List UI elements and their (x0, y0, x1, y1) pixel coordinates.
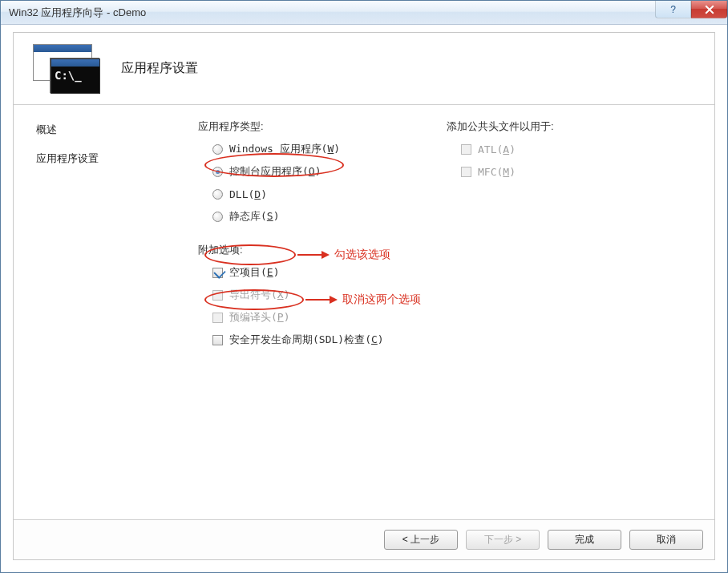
right-column: 添加公共头文件以用于: ATL(A) MFC(M) (447, 119, 647, 187)
radio-static-lib[interactable]: 静态库(S) (212, 209, 439, 224)
help-button[interactable]: ? (655, 1, 691, 18)
radio-icon (212, 167, 223, 177)
option-label: 导出符号(X) (229, 288, 289, 302)
app-type-label: 应用程序类型: (198, 119, 439, 134)
console-app-icon: C:\_ (30, 42, 102, 95)
option-label: 空项目(E) (229, 265, 279, 280)
titlebar-buttons: ? (655, 1, 727, 18)
close-button[interactable] (691, 1, 727, 18)
window-title: Win32 应用程序向导 - cDemo (9, 6, 722, 20)
checkbox-atl: ATL(A) (461, 142, 647, 156)
extra-options-label: 附加选项: (198, 243, 439, 257)
extra-options-section: 附加选项: 空项目(E) 导出符号(X) 预编译头 (198, 243, 439, 347)
finish-button[interactable]: 完成 (548, 530, 621, 550)
checkbox-precompiled-header: 预编译头(P) (212, 310, 439, 325)
checkbox-empty-project[interactable]: 空项目(E) (212, 265, 439, 280)
checkbox-mfc: MFC(M) (461, 164, 647, 179)
prev-button[interactable]: < 上一步 (384, 530, 458, 550)
left-column: 应用程序类型: Windows 应用程序(W) 控制台应用程序(O) DLL(D… (198, 119, 439, 355)
next-button: 下一步 > (466, 530, 540, 550)
sidebar-item-label: 概述 (36, 123, 57, 135)
option-label: Windows 应用程序(W) (229, 142, 340, 156)
checkbox-icon (212, 290, 223, 301)
radio-icon (212, 144, 223, 155)
checkbox-icon (461, 167, 471, 177)
sidebar: 概述 应用程序设置 (14, 105, 190, 519)
cancel-button[interactable]: 取消 (629, 530, 703, 550)
option-label: 静态库(S) (229, 209, 279, 224)
option-label: 控制台应用程序(O) (229, 164, 321, 179)
page-title: 应用程序设置 (121, 60, 198, 77)
option-label: MFC(M) (478, 166, 516, 178)
checkbox-icon (461, 144, 471, 155)
close-icon (705, 5, 714, 14)
radio-icon (212, 212, 223, 222)
titlebar: Win32 应用程序向导 - cDemo ? (1, 1, 727, 25)
option-label: 安全开发生命周期(SDL)检查(C) (229, 333, 384, 347)
radio-dll[interactable]: DLL(D) (212, 187, 439, 201)
radio-windows-app[interactable]: Windows 应用程序(W) (212, 142, 439, 156)
wizard-header: C:\_ 应用程序设置 (14, 33, 714, 105)
radio-console-app[interactable]: 控制台应用程序(O) (212, 164, 439, 179)
wizard-body: 概述 应用程序设置 应用程序类型: Windows 应用程序(W) (14, 105, 714, 519)
option-label: ATL(A) (478, 143, 516, 155)
sidebar-item-label: 应用程序设置 (36, 152, 99, 164)
option-label: 预编译头(P) (229, 310, 289, 325)
help-icon: ? (670, 4, 676, 15)
wizard-footer: < 上一步 下一步 > 完成 取消 (14, 519, 714, 559)
content: 应用程序类型: Windows 应用程序(W) 控制台应用程序(O) DLL(D… (190, 105, 714, 519)
checkbox-sdl-checks[interactable]: 安全开发生命周期(SDL)检查(C) (212, 333, 439, 347)
checkbox-icon (212, 335, 223, 345)
sidebar-item-overview[interactable]: 概述 (36, 123, 190, 137)
common-headers-label: 添加公共头文件以用于: (447, 119, 647, 134)
radio-icon (212, 189, 223, 200)
wizard-window: Win32 应用程序向导 - cDemo ? C:\_ (0, 0, 728, 573)
checkbox-icon (212, 313, 223, 323)
client-area: C:\_ 应用程序设置 概述 应用程序设置 应用程序类型: (2, 26, 726, 571)
checkbox-export-symbols: 导出符号(X) (212, 288, 439, 302)
checkbox-icon (212, 268, 223, 278)
option-label: DLL(D) (229, 188, 267, 200)
inner-frame: C:\_ 应用程序设置 概述 应用程序设置 应用程序类型: (13, 32, 715, 560)
sidebar-item-app-settings[interactable]: 应用程序设置 (36, 151, 190, 166)
